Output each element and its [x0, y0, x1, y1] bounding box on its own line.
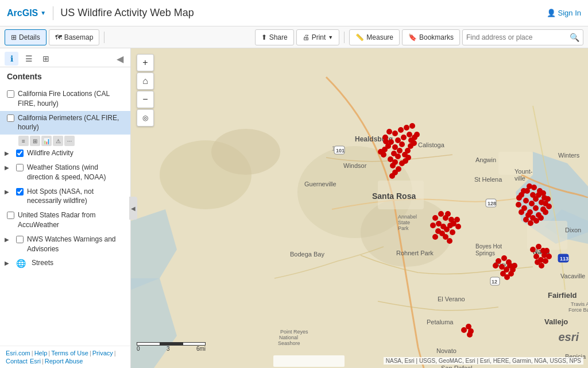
svg-text:ville: ville: [514, 175, 525, 182]
layer-expand-icon[interactable]: ▶: [5, 236, 13, 244]
terms-link[interactable]: Terms of Use: [51, 350, 88, 356]
layer-checkbox[interactable]: [7, 114, 14, 122]
measure-button[interactable]: 📏 Measure: [349, 29, 400, 45]
svg-point-104: [454, 217, 460, 223]
locate-button[interactable]: ◎: [137, 109, 154, 126]
scale-bar: 0 3 6mi: [137, 342, 206, 352]
svg-text:Boyes Hot: Boyes Hot: [475, 243, 502, 250]
svg-point-143: [501, 255, 507, 261]
layer-checkbox[interactable]: [7, 212, 14, 219]
layer-checkbox[interactable]: [16, 150, 24, 157]
svg-point-152: [512, 263, 517, 269]
layer-checkbox[interactable]: [16, 188, 24, 195]
layer-label: California Perimeters (CAL FIRE, hourly): [18, 113, 123, 133]
share-button[interactable]: ⬆ Share: [255, 29, 294, 45]
sublayer-icon-4[interactable]: ⚠: [53, 136, 63, 146]
layer-item[interactable]: ▶ Weather Stations (wind direction & spe…: [0, 160, 130, 185]
esri-com-link[interactable]: Esri.com: [6, 350, 30, 356]
layer-item[interactable]: California Fire Locations (CAL FIRE, hou…: [0, 87, 130, 111]
layer-checkbox[interactable]: [16, 164, 24, 171]
svg-point-6: [211, 129, 280, 175]
layer-checkbox[interactable]: [7, 90, 14, 98]
print-button[interactable]: 🖨 Print ▼: [296, 29, 340, 45]
svg-point-109: [432, 234, 438, 240]
arcgis-logo[interactable]: ArcGIS: [7, 8, 38, 18]
svg-point-102: [445, 211, 451, 217]
sidebar-collapse-handle[interactable]: ◀: [129, 197, 137, 220]
layer-expand-icon[interactable]: ▶: [5, 259, 13, 267]
contact-link[interactable]: Contact: [6, 358, 28, 365]
basemap-icon: 🗺: [55, 33, 62, 41]
layer-expand-icon[interactable]: ▶: [5, 188, 13, 196]
table-tab[interactable]: ⊞: [39, 52, 53, 66]
svg-text:Rohnert Park: Rohnert Park: [396, 250, 434, 256]
header-dropdown-arrow[interactable]: ▼: [40, 10, 46, 16]
zoom-in-button[interactable]: +: [137, 54, 154, 71]
svg-text:Winters: Winters: [558, 152, 580, 159]
info-tab[interactable]: ℹ: [5, 52, 18, 66]
svg-point-130: [521, 188, 527, 194]
svg-text:Springs: Springs: [475, 250, 495, 256]
svg-point-105: [455, 224, 461, 229]
sublayer-icon-5[interactable]: ···: [64, 136, 75, 146]
basemap-button[interactable]: 🗺 Basemap: [49, 29, 100, 45]
bookmarks-button[interactable]: 🔖 Bookmarks: [402, 29, 460, 45]
layer-label: Wildfire Activity: [27, 148, 123, 158]
svg-point-55: [392, 131, 398, 136]
zoom-out-button[interactable]: −: [137, 91, 154, 108]
svg-point-153: [493, 263, 498, 269]
layer-item[interactable]: ▶ 🌐 Streets: [0, 256, 130, 272]
layer-label: Streets: [32, 258, 123, 268]
layer-item[interactable]: ▶ NWS Watches Warnings and Advisories: [0, 232, 130, 256]
home-button[interactable]: ⌂: [137, 72, 154, 90]
svg-text:Force Base: Force Base: [568, 307, 588, 313]
share-label: Share: [269, 33, 288, 41]
sublayer-icon-1[interactable]: ≡: [18, 136, 29, 146]
svg-point-75: [378, 149, 384, 155]
bookmarks-icon: 🔖: [408, 33, 417, 41]
sublayer-icon-2[interactable]: ⊞: [30, 136, 40, 146]
collapse-sidebar-button[interactable]: ◀: [114, 52, 126, 66]
svg-point-157: [533, 254, 539, 259]
svg-point-162: [543, 258, 548, 264]
layer-label: California Fire Locations (CAL FIRE, hou…: [18, 89, 123, 109]
layer-item[interactable]: ▶ Hot Spots (NASA, not necessarily wildf…: [0, 185, 130, 209]
svg-text:Point Reyes: Point Reyes: [280, 329, 308, 335]
report-abuse-link[interactable]: Report Abuse: [45, 358, 83, 365]
sublayer-icon-3[interactable]: 📊: [41, 136, 52, 146]
layer-item[interactable]: United States Radar from AccuWeather: [0, 208, 130, 232]
header-separator: [53, 6, 53, 20]
sign-in-button[interactable]: 👤 Sign In: [547, 9, 581, 17]
svg-text:Petaluma: Petaluma: [427, 319, 454, 325]
globe-icon: 🌐: [16, 258, 26, 270]
search-input[interactable]: [466, 33, 570, 41]
svg-point-76: [386, 129, 392, 135]
search-icon[interactable]: 🔍: [570, 33, 579, 42]
map-area[interactable]: Healdsburg 101 Windsor Calistoga Angwin …: [131, 48, 588, 368]
svg-text:Travis Air: Travis Air: [571, 301, 588, 307]
privacy-link[interactable]: Privacy: [92, 350, 113, 356]
svg-text:Angwin: Angwin: [475, 156, 496, 163]
svg-point-62: [399, 141, 405, 147]
svg-point-59: [401, 135, 407, 140]
svg-text:Calistoga: Calistoga: [418, 141, 445, 148]
measure-label: Measure: [366, 33, 393, 41]
layer-item[interactable]: ▶ Wildfire Activity: [0, 146, 130, 160]
layer-expand-icon[interactable]: ▶: [5, 164, 13, 172]
search-box[interactable]: 🔍: [462, 29, 583, 45]
svg-text:St Helena: St Helena: [474, 176, 502, 183]
layer-expand-icon[interactable]: ▶: [5, 150, 13, 158]
scale-label-6: 6mi: [196, 346, 206, 352]
layer-item-selected[interactable]: California Perimeters (CAL FIRE, hourly): [0, 111, 130, 135]
help-link[interactable]: Help: [34, 350, 48, 356]
svg-point-140: [545, 196, 551, 202]
bookmarks-label: Bookmarks: [419, 33, 454, 41]
svg-text:101: 101: [336, 148, 345, 154]
svg-text:Windsor: Windsor: [343, 162, 367, 169]
print-dropdown-arrow: ▼: [328, 34, 333, 40]
esri-link[interactable]: Esri: [30, 358, 41, 365]
layer-list-tab[interactable]: ☰: [22, 52, 36, 66]
svg-point-63: [392, 144, 398, 150]
layer-checkbox[interactable]: [16, 236, 24, 243]
details-button[interactable]: ⊞ Details: [5, 29, 47, 45]
